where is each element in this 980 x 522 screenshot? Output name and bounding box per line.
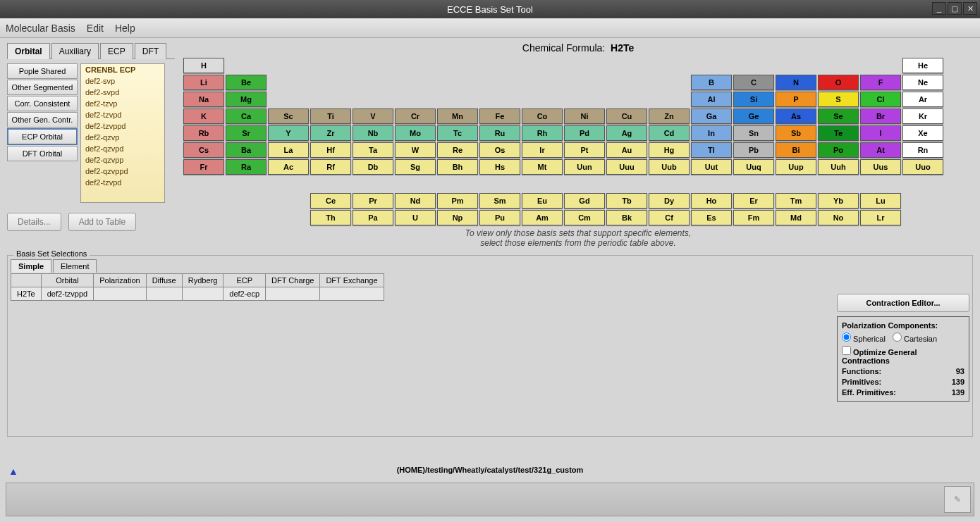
basis-item[interactable]: def2-tzvpd <box>81 109 164 120</box>
element-dy[interactable]: Dy <box>649 193 690 209</box>
element-tm[interactable]: Tm <box>776 193 816 209</box>
table-cell[interactable]: H2Te <box>11 287 42 301</box>
element-re[interactable]: Re <box>437 142 478 158</box>
element-os[interactable]: Os <box>479 142 520 158</box>
close-button[interactable]: ✕ <box>963 2 977 15</box>
element-uus[interactable]: Uus <box>860 159 901 175</box>
table-cell[interactable] <box>320 287 384 301</box>
element-cd[interactable]: Cd <box>649 125 690 141</box>
element-hg[interactable]: Hg <box>649 142 690 158</box>
element-sm[interactable]: Sm <box>479 193 520 209</box>
element-mo[interactable]: Mo <box>395 125 436 141</box>
element-ru[interactable]: Ru <box>479 125 520 141</box>
element-ca[interactable]: Ca <box>226 108 267 124</box>
element-uub[interactable]: Uub <box>649 159 690 175</box>
contraction-editor-button[interactable]: Contraction Editor... <box>837 294 969 312</box>
element-h[interactable]: H <box>183 58 224 73</box>
element-nd[interactable]: Nd <box>395 193 436 209</box>
menu-molecular-basis[interactable]: Molecular Basis <box>6 23 75 34</box>
table-cell[interactable]: def2-ecp <box>223 287 266 301</box>
element-ac[interactable]: Ac <box>268 159 309 175</box>
element-es[interactable]: Es <box>691 210 732 225</box>
element-pr[interactable]: Pr <box>353 193 393 209</box>
basis-item[interactable]: CRENBL ECP <box>81 64 164 75</box>
tab-orbital[interactable]: Orbital <box>7 43 50 59</box>
basis-item[interactable]: def2-svp <box>81 75 164 87</box>
feather-icon[interactable]: ✎ <box>944 486 971 513</box>
category-other-gen-contr-[interactable]: Other Gen. Contr. <box>7 112 78 128</box>
element-yb[interactable]: Yb <box>818 193 859 209</box>
basis-item[interactable]: def2-qzvp <box>81 132 164 143</box>
element-in[interactable]: In <box>691 125 732 141</box>
element-sc[interactable]: Sc <box>268 108 309 124</box>
element-eu[interactable]: Eu <box>522 193 563 209</box>
element-th[interactable]: Th <box>310 210 351 225</box>
element-sr[interactable]: Sr <box>226 125 267 141</box>
add-to-table-button[interactable]: Add to Table <box>68 213 137 231</box>
spherical-radio[interactable]: Spherical <box>842 333 886 343</box>
table-cell[interactable] <box>146 287 182 301</box>
element-cr[interactable]: Cr <box>395 108 436 124</box>
element-xe[interactable]: Xe <box>902 125 943 141</box>
element-k[interactable]: K <box>183 108 224 124</box>
category-pople-shared[interactable]: Pople Shared <box>7 63 78 79</box>
element-na[interactable]: Na <box>183 92 224 107</box>
table-cell[interactable]: def2-tzvppd <box>41 287 93 301</box>
element-ga[interactable]: Ga <box>691 108 732 124</box>
element-hs[interactable]: Hs <box>479 159 520 175</box>
element-tc[interactable]: Tc <box>437 125 478 141</box>
element-uuu[interactable]: Uuu <box>606 159 647 175</box>
basis-item[interactable]: def2-tzvpd <box>81 177 164 188</box>
element-pd[interactable]: Pd <box>564 125 605 141</box>
element-f[interactable]: F <box>860 75 901 90</box>
minimize-button[interactable]: _ <box>932 2 946 15</box>
element-as[interactable]: As <box>776 108 816 124</box>
element-cm[interactable]: Cm <box>564 210 605 225</box>
tab-dft[interactable]: DFT <box>135 43 166 59</box>
element-rn[interactable]: Rn <box>902 142 943 158</box>
element-w[interactable]: W <box>395 142 436 158</box>
element-co[interactable]: Co <box>522 108 563 124</box>
element-he[interactable]: He <box>902 58 943 73</box>
element-rb[interactable]: Rb <box>183 125 224 141</box>
table-cell[interactable] <box>182 287 223 301</box>
element-b[interactable]: B <box>691 75 732 90</box>
element-y[interactable]: Y <box>268 125 309 141</box>
element-lu[interactable]: Lu <box>860 193 901 209</box>
maximize-button[interactable]: ▢ <box>948 2 962 15</box>
element-br[interactable]: Br <box>860 108 901 124</box>
element-mt[interactable]: Mt <box>522 159 563 175</box>
element-la[interactable]: La <box>268 142 309 158</box>
element-pa[interactable]: Pa <box>353 210 393 225</box>
element-pm[interactable]: Pm <box>437 193 478 209</box>
element-pb[interactable]: Pb <box>733 142 774 158</box>
basis-item[interactable]: def2-qzvpd <box>81 143 164 154</box>
element-ge[interactable]: Ge <box>733 108 774 124</box>
element-ba[interactable]: Ba <box>226 142 267 158</box>
element-cf[interactable]: Cf <box>649 210 690 225</box>
element-fm[interactable]: Fm <box>733 210 774 225</box>
element-ce[interactable]: Ce <box>310 193 351 209</box>
basis-item[interactable]: def2-svpd <box>81 87 164 98</box>
element-tb[interactable]: Tb <box>606 193 647 209</box>
optimize-checkbox[interactable]: Optimize General Contractions <box>842 348 917 365</box>
element-uuh[interactable]: Uuh <box>818 159 859 175</box>
tab-ecp[interactable]: ECP <box>100 43 133 59</box>
basis-set-list[interactable]: CRENBL ECPdef2-svpdef2-svpddef2-tzvpdef2… <box>80 63 165 203</box>
element-sn[interactable]: Sn <box>733 125 774 141</box>
element-rf[interactable]: Rf <box>310 159 351 175</box>
element-zr[interactable]: Zr <box>310 125 351 141</box>
element-cl[interactable]: Cl <box>860 92 901 107</box>
element-bi[interactable]: Bi <box>776 142 816 158</box>
element-v[interactable]: V <box>353 108 393 124</box>
element-md[interactable]: Md <box>776 210 816 225</box>
element-pt[interactable]: Pt <box>564 142 605 158</box>
element-nb[interactable]: Nb <box>353 125 393 141</box>
triangle-icon[interactable]: ▲ <box>8 466 18 477</box>
element-at[interactable]: At <box>860 142 901 158</box>
element-ir[interactable]: Ir <box>522 142 563 158</box>
element-n[interactable]: N <box>776 75 816 90</box>
element-zn[interactable]: Zn <box>649 108 690 124</box>
menu-help[interactable]: Help <box>115 23 135 34</box>
seltab-element[interactable]: Element <box>53 259 97 273</box>
